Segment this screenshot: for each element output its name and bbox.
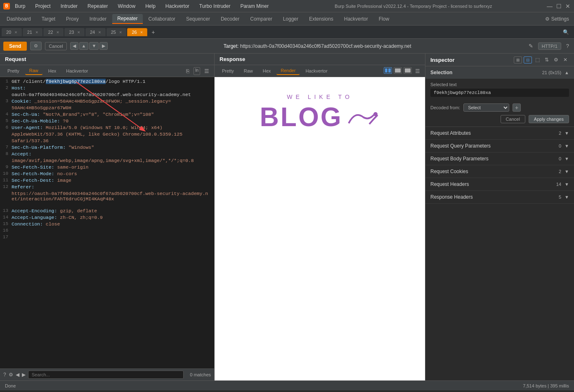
inspector-gear-icon[interactable]: ⚙ xyxy=(552,56,560,63)
inspector-row-resp-headers[interactable]: Response Headers 5 ▼ xyxy=(425,191,574,204)
code-line-17: 17 xyxy=(0,235,214,241)
blog-content: WE LIKE TO BLOG xyxy=(252,85,388,141)
request-attributes-count: 2 xyxy=(559,131,561,136)
inspector-close-icon[interactable]: ✕ xyxy=(562,56,569,63)
req-tab-23[interactable]: 23 × xyxy=(64,28,85,36)
cancel-button[interactable]: Cancel xyxy=(45,42,66,50)
search-next-icon[interactable]: ▶ xyxy=(22,372,26,378)
next-arrow[interactable]: ▶ xyxy=(99,42,108,50)
inspector-row-query-params[interactable]: Request Query Parameters 0 ▼ xyxy=(425,140,574,153)
search-help-icon[interactable]: ? xyxy=(3,372,6,378)
menu-repeater[interactable]: Repeater xyxy=(86,2,109,10)
tab-proxy[interactable]: Proxy xyxy=(61,14,84,23)
resp-tab-render[interactable]: Render xyxy=(276,67,300,75)
tab-collaborator[interactable]: Collaborator xyxy=(144,14,180,23)
search-settings-icon[interactable]: ⚙ xyxy=(9,372,13,378)
menu-intruder[interactable]: Intruder xyxy=(59,2,79,10)
cookies-chevron-icon: ▼ xyxy=(565,169,569,174)
request-content: 1 GET /client/f9ekhjbwg6p77ezcl80xa/logo… xyxy=(0,77,214,369)
split-horizontal-icon[interactable] xyxy=(384,67,392,74)
tab-extensions[interactable]: Extensions xyxy=(304,14,338,23)
menu-param-miner[interactable]: Param Miner xyxy=(239,2,270,10)
copy-icon[interactable]: ⎘ xyxy=(184,67,191,75)
close-button[interactable]: ✕ xyxy=(565,3,571,9)
req-tab-22[interactable]: 22 × xyxy=(43,28,64,36)
inspector-sort-icon[interactable]: ⇅ xyxy=(543,56,550,63)
req-tab-pretty[interactable]: Pretty xyxy=(3,67,24,75)
tab-comparer[interactable]: Comparer xyxy=(245,14,277,23)
req-tab-raw[interactable]: Raw xyxy=(25,67,43,75)
tab-logger[interactable]: Logger xyxy=(278,14,303,23)
selection-section-title: Selection xyxy=(430,70,542,75)
send-button[interactable]: Send xyxy=(3,42,27,51)
apply-cancel-row: Cancel Apply changes xyxy=(425,115,574,127)
tab-decoder[interactable]: Decoder xyxy=(216,14,244,23)
decoded-from-select[interactable]: Select URL decode Base64 decode HTML dec… xyxy=(463,103,509,112)
up-arrow[interactable]: ▲ xyxy=(79,42,89,50)
tab-hackvertor[interactable]: Hackvertor xyxy=(339,14,373,23)
search-prev-icon[interactable]: ◀ xyxy=(16,372,19,378)
prev-arrow[interactable]: ◀ xyxy=(70,42,78,50)
menu-turbo-intruder[interactable]: Turbo Intruder xyxy=(198,2,232,10)
app-icon: B xyxy=(3,3,10,9)
inspector-row-cookies[interactable]: Request Cookies 2 ▼ xyxy=(425,165,574,178)
tab-sequencer[interactable]: Sequencer xyxy=(181,14,215,23)
menu-hackvertor[interactable]: Hackvertor xyxy=(164,2,191,10)
req-tab-hackvertor[interactable]: Hackvertor xyxy=(62,67,92,75)
inspector-view-icon2[interactable]: ⊟ xyxy=(524,56,532,63)
resp-menu-icon[interactable]: ☰ xyxy=(413,67,422,75)
inspector-view-icon1[interactable]: ⊞ xyxy=(514,56,522,63)
selection-chevron-icon: ▲ xyxy=(565,70,569,75)
selection-section-header[interactable]: Selection 21 (0x15) ▲ xyxy=(425,66,574,79)
req-tab-hex[interactable]: Hex xyxy=(44,67,61,75)
resp-tab-pretty[interactable]: Pretty xyxy=(218,67,238,75)
ln-icon[interactable]: ln xyxy=(194,67,200,75)
req-headers-count: 14 xyxy=(556,182,561,187)
menu-project[interactable]: Project xyxy=(33,2,52,10)
tab-repeater[interactable]: Repeater xyxy=(112,14,142,24)
inspector-row-body-params[interactable]: Request Body Parameters 0 ▼ xyxy=(425,153,574,165)
menu-icon[interactable]: ☰ xyxy=(203,67,211,75)
req-tab-25[interactable]: 25 × xyxy=(106,28,127,36)
code-line-6b: AppleWebKit/537.36 (KHTML, like Gecko) C… xyxy=(0,131,214,138)
help-icon[interactable]: ? xyxy=(565,42,571,50)
settings-button[interactable]: ⚙ Settings xyxy=(542,14,572,23)
inspector-row-attributes[interactable]: Request Attributes 2 ▼ xyxy=(425,127,574,140)
menu-burp[interactable]: Burp xyxy=(13,2,27,10)
tab-dashboard[interactable]: Dashboard xyxy=(2,14,36,23)
split-single-icon[interactable] xyxy=(404,67,412,74)
maximize-button[interactable]: ☐ xyxy=(556,3,562,9)
req-tab-20[interactable]: 20 × xyxy=(2,28,22,36)
resp-tab-hex[interactable]: Hex xyxy=(259,67,275,75)
resp-tab-raw[interactable]: Raw xyxy=(240,67,257,75)
svg-point-2 xyxy=(373,112,378,116)
window-title: Burp Suite Professional v2022.12.4 - Tem… xyxy=(280,4,547,9)
cancel-small-button[interactable]: Cancel xyxy=(501,115,525,123)
minimize-button[interactable]: — xyxy=(547,3,553,9)
search-icon[interactable]: 🔍 xyxy=(560,28,572,37)
tab-flow[interactable]: Flow xyxy=(374,14,394,23)
edit-icon[interactable]: ✎ xyxy=(527,42,535,50)
add-decode-button[interactable]: + xyxy=(513,103,521,112)
settings-gear-button[interactable]: ⚙ xyxy=(30,42,42,50)
inspector-align-icon[interactable]: ⬚ xyxy=(534,56,541,63)
code-line-12b: https://oauth-0a7f00d40340a246c0f67ad502… xyxy=(0,191,214,202)
tab-intruder[interactable]: Intruder xyxy=(85,14,111,23)
menu-help[interactable]: Help xyxy=(144,2,157,10)
menu-window[interactable]: Window xyxy=(116,2,137,10)
resp-tab-hackvertor[interactable]: Hackvertor xyxy=(301,67,331,75)
tab-target[interactable]: Target xyxy=(37,14,60,23)
req-tab-26[interactable]: 26 × xyxy=(127,28,147,36)
body-params-label: Request Body Parameters xyxy=(430,156,559,162)
add-tab-button[interactable]: + xyxy=(148,28,158,37)
titlebar: B Burp Project Intruder Repeater Window … xyxy=(0,0,574,12)
apply-changes-button[interactable]: Apply changes xyxy=(529,115,569,123)
inspector-row-req-headers[interactable]: Request Headers 14 ▼ xyxy=(425,178,574,191)
search-input[interactable] xyxy=(28,371,184,379)
req-tab-24[interactable]: 24 × xyxy=(85,28,106,36)
down-arrow[interactable]: ▼ xyxy=(89,42,99,50)
split-vertical-icon[interactable] xyxy=(394,67,402,74)
status-bar: Done 7,514 bytes | 395 millis xyxy=(0,380,574,390)
req-tab-21[interactable]: 21 × xyxy=(23,28,43,36)
http-version-badge: HTTP/1 xyxy=(538,42,561,50)
